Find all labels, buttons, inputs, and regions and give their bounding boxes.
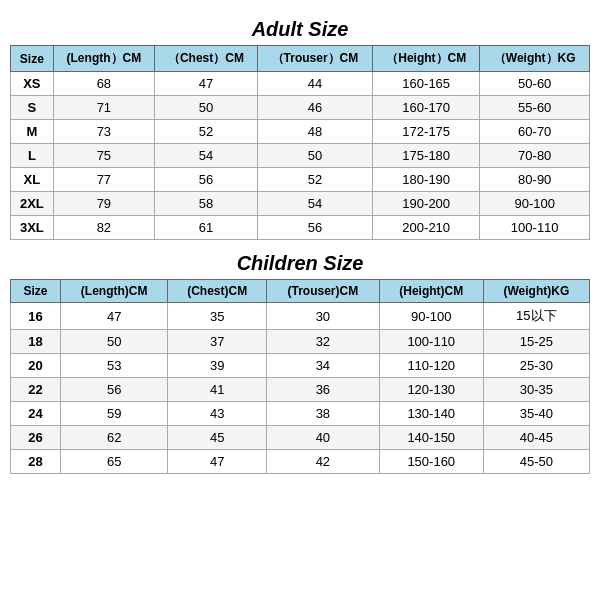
table-cell: 24 [11, 402, 61, 426]
table-row: S715046160-17055-60 [11, 96, 590, 120]
table-cell: 18 [11, 330, 61, 354]
table-cell: 45 [168, 426, 267, 450]
table-cell: 54 [155, 144, 258, 168]
adult-col-header: （Trouser）CM [257, 46, 372, 72]
table-cell: 70-80 [480, 144, 590, 168]
children-col-header: (Weight)KG [483, 280, 589, 303]
table-cell: 37 [168, 330, 267, 354]
table-cell: 172-175 [373, 120, 480, 144]
table-cell: 52 [257, 168, 372, 192]
table-cell: 175-180 [373, 144, 480, 168]
table-row: M735248172-17560-70 [11, 120, 590, 144]
table-cell: 45-50 [483, 450, 589, 474]
table-cell: 55-60 [480, 96, 590, 120]
children-col-header: (Chest)CM [168, 280, 267, 303]
table-cell: 43 [168, 402, 267, 426]
table-cell: 20 [11, 354, 61, 378]
table-row: 3XL826156200-210100-110 [11, 216, 590, 240]
children-col-header: Size [11, 280, 61, 303]
table-cell: 41 [168, 378, 267, 402]
table-cell: 30-35 [483, 378, 589, 402]
adult-size-title: Adult Size [252, 18, 349, 41]
table-cell: 190-200 [373, 192, 480, 216]
table-row: 22564136120-13030-35 [11, 378, 590, 402]
table-cell: 60-70 [480, 120, 590, 144]
table-cell: 82 [53, 216, 154, 240]
adult-col-header: （Height）CM [373, 46, 480, 72]
table-cell: 130-140 [379, 402, 483, 426]
table-cell: 47 [60, 303, 167, 330]
table-cell: 2XL [11, 192, 54, 216]
table-row: 1647353090-10015以下 [11, 303, 590, 330]
table-cell: 56 [60, 378, 167, 402]
table-cell: 25-30 [483, 354, 589, 378]
table-cell: 71 [53, 96, 154, 120]
table-cell: 73 [53, 120, 154, 144]
table-cell: 68 [53, 72, 154, 96]
table-cell: 100-110 [480, 216, 590, 240]
table-cell: 53 [60, 354, 167, 378]
children-size-title: Children Size [237, 252, 364, 275]
table-cell: XS [11, 72, 54, 96]
table-cell: S [11, 96, 54, 120]
table-row: XS684744160-16550-60 [11, 72, 590, 96]
table-cell: 52 [155, 120, 258, 144]
table-cell: 36 [266, 378, 379, 402]
table-row: 20533934110-12025-30 [11, 354, 590, 378]
table-cell: 61 [155, 216, 258, 240]
adult-size-table: Size(Length）CM（Chest）CM（Trouser）CM（Heigh… [10, 45, 590, 240]
children-col-header: (Trouser)CM [266, 280, 379, 303]
table-cell: 120-130 [379, 378, 483, 402]
table-cell: 140-150 [379, 426, 483, 450]
table-cell: 150-160 [379, 450, 483, 474]
table-cell: 47 [155, 72, 258, 96]
table-row: 26624540140-15040-45 [11, 426, 590, 450]
table-cell: 65 [60, 450, 167, 474]
table-cell: 50 [60, 330, 167, 354]
table-row: XL775652180-19080-90 [11, 168, 590, 192]
table-cell: 32 [266, 330, 379, 354]
table-cell: 100-110 [379, 330, 483, 354]
table-cell: 40-45 [483, 426, 589, 450]
table-cell: L [11, 144, 54, 168]
table-cell: 54 [257, 192, 372, 216]
table-cell: 50-60 [480, 72, 590, 96]
table-row: 24594338130-14035-40 [11, 402, 590, 426]
table-cell: 47 [168, 450, 267, 474]
children-col-header: (Length)CM [60, 280, 167, 303]
table-cell: 3XL [11, 216, 54, 240]
adult-col-header: （Weight）KG [480, 46, 590, 72]
table-cell: 110-120 [379, 354, 483, 378]
table-cell: 35 [168, 303, 267, 330]
table-cell: 58 [155, 192, 258, 216]
table-cell: 34 [266, 354, 379, 378]
table-cell: 50 [257, 144, 372, 168]
adult-col-header: （Chest）CM [155, 46, 258, 72]
table-cell: 56 [155, 168, 258, 192]
table-cell: M [11, 120, 54, 144]
table-row: 18503732100-11015-25 [11, 330, 590, 354]
table-cell: 200-210 [373, 216, 480, 240]
table-cell: 50 [155, 96, 258, 120]
adult-col-header: (Length）CM [53, 46, 154, 72]
table-cell: 62 [60, 426, 167, 450]
table-cell: 75 [53, 144, 154, 168]
table-cell: 79 [53, 192, 154, 216]
table-cell: 16 [11, 303, 61, 330]
table-row: 2XL795854190-20090-100 [11, 192, 590, 216]
table-cell: 59 [60, 402, 167, 426]
table-cell: 160-165 [373, 72, 480, 96]
table-cell: 48 [257, 120, 372, 144]
table-cell: 39 [168, 354, 267, 378]
table-cell: 28 [11, 450, 61, 474]
table-cell: 90-100 [480, 192, 590, 216]
table-cell: 180-190 [373, 168, 480, 192]
table-cell: 44 [257, 72, 372, 96]
table-cell: 35-40 [483, 402, 589, 426]
children-size-table: Size(Length)CM(Chest)CM(Trouser)CM(Heigh… [10, 279, 590, 474]
children-col-header: (Height)CM [379, 280, 483, 303]
table-cell: 90-100 [379, 303, 483, 330]
table-cell: 42 [266, 450, 379, 474]
table-cell: 80-90 [480, 168, 590, 192]
table-cell: 160-170 [373, 96, 480, 120]
